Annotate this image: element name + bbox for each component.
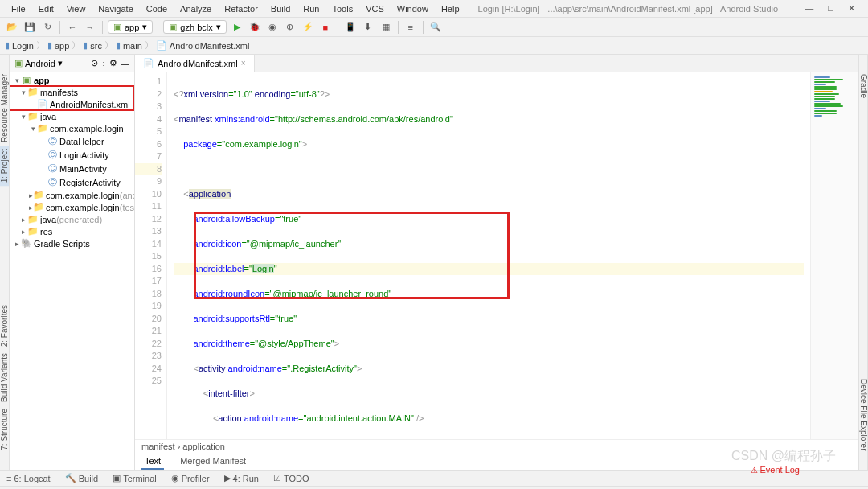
menu-code[interactable]: Code xyxy=(140,2,174,15)
folder-icon: ▮ xyxy=(47,40,52,51)
save-icon[interactable]: 💾 xyxy=(23,20,37,35)
right-rail: Gradle Device File Explorer xyxy=(858,55,868,470)
forward-icon[interactable]: → xyxy=(83,20,97,35)
crumb-src[interactable]: src xyxy=(90,41,102,51)
menu-navigate[interactable]: Navigate xyxy=(92,2,139,15)
xml-file-icon: 📄 xyxy=(156,40,167,51)
project-tree[interactable]: ▾▣app ▾📁manifests 📄AndroidManifest.xml ▾… xyxy=(10,72,134,470)
structure-icon[interactable]: ≡ xyxy=(403,20,418,35)
menubar: File Edit View Navigate Code Analyze Ref… xyxy=(0,0,868,18)
close-icon[interactable]: ✕ xyxy=(848,3,855,14)
apply-icon[interactable]: ⚡ xyxy=(301,20,315,35)
tree-pkg2[interactable]: ▸📁com.example.login (andro xyxy=(10,189,134,201)
module-selector[interactable]: ▣ app ▾ xyxy=(108,20,153,34)
rail-favorites[interactable]: 2: Favorites xyxy=(0,302,9,350)
minimap[interactable] xyxy=(810,72,858,439)
run-icon[interactable]: ▶ xyxy=(230,20,244,35)
menu-view[interactable]: View xyxy=(60,2,92,15)
sync-icon[interactable]: ↻ xyxy=(40,20,55,35)
folder-icon: ▮ xyxy=(116,40,121,51)
tool-todo[interactable]: ☑TODO xyxy=(273,473,309,483)
collapse-icon[interactable]: ÷ xyxy=(101,59,106,68)
tool-profiler[interactable]: ◉Profiler xyxy=(171,473,210,483)
menu-vcs[interactable]: VCS xyxy=(359,2,391,15)
tree-res[interactable]: ▸📁res xyxy=(10,225,134,237)
android-icon: ▣ xyxy=(14,58,23,68)
menu-refactor[interactable]: Refactor xyxy=(218,2,264,15)
statusbar: ☐ Install successfully finished in 515 m… xyxy=(0,486,868,489)
tree-class[interactable]: ⒸDataHelper xyxy=(10,134,134,148)
tool-terminal[interactable]: ▣Terminal xyxy=(113,473,157,483)
crumb-main[interactable]: main xyxy=(123,41,142,51)
tree-app[interactable]: ▾▣app xyxy=(10,74,134,86)
tab-manifest[interactable]: 📄 AndroidManifest.xml × xyxy=(135,55,255,72)
crumb-manifest[interactable]: AndroidManifest.xml xyxy=(170,41,250,51)
gear-icon[interactable]: ⚙ xyxy=(109,58,117,68)
tree-gradle[interactable]: ▸🐘Gradle Scripts xyxy=(10,237,134,249)
window-controls: — □ ✕ xyxy=(805,3,855,14)
hide-icon[interactable]: — xyxy=(121,59,129,68)
rail-gradle[interactable]: Gradle xyxy=(859,71,867,101)
editor: 📄 AndroidManifest.xml × 1234 5678💡 91011… xyxy=(135,55,858,470)
code[interactable]: <?xml version="1.0" encoding="utf-8"?> <… xyxy=(167,72,810,439)
tree-class[interactable]: ⒸRegisterActivity xyxy=(10,175,134,189)
tool-logcat[interactable]: ≡6: Logcat xyxy=(6,474,51,483)
tool-run[interactable]: ▶4: Run xyxy=(224,473,259,483)
search-icon[interactable]: 🔍 xyxy=(428,20,443,35)
attach-icon[interactable]: ⊕ xyxy=(283,20,297,35)
sdk-icon[interactable]: ⬇ xyxy=(361,20,375,35)
event-log-button[interactable]: ⚠ Event Log xyxy=(751,465,800,475)
tree-java[interactable]: ▾📁java xyxy=(10,110,134,122)
menu-edit[interactable]: Edit xyxy=(32,2,60,15)
tab-merged-manifest[interactable]: Merged Manifest xyxy=(177,454,249,470)
tool-window-bar: ≡6: Logcat 🔨Build ▣Terminal ◉Profiler ▶4… xyxy=(0,470,868,486)
rail-structure[interactable]: 7: Structure xyxy=(0,405,9,454)
tab-close-icon[interactable]: × xyxy=(241,59,246,68)
maximize-icon[interactable]: □ xyxy=(828,3,833,14)
tree-manifest-file[interactable]: 📄AndroidManifest.xml xyxy=(10,98,134,110)
crumb-login[interactable]: Login xyxy=(12,41,34,51)
chevron-down-icon[interactable]: ▾ xyxy=(58,58,63,68)
gutter: 1234 5678💡 9101112 13141516 17181920 212… xyxy=(135,72,167,439)
rail-build-variants[interactable]: Build Variants xyxy=(0,350,9,405)
debug-icon[interactable]: 🐞 xyxy=(248,20,262,35)
tool-build[interactable]: 🔨Build xyxy=(65,473,98,483)
editor-tabs: 📄 AndroidManifest.xml × xyxy=(135,55,858,72)
rail-project[interactable]: 1: Project xyxy=(0,146,9,186)
project-view-label[interactable]: Android xyxy=(25,59,55,68)
rail-device-explorer[interactable]: Device File Explorer xyxy=(859,376,867,454)
left-rail: Resource Manager 1: Project 2: Favorites… xyxy=(0,55,10,470)
tree-pkg1[interactable]: ▾📁com.example.login xyxy=(10,122,134,134)
target-icon[interactable]: ⊙ xyxy=(91,58,98,68)
profile-icon[interactable]: ◉ xyxy=(265,20,280,35)
menu-run[interactable]: Run xyxy=(297,2,326,15)
back-icon[interactable]: ← xyxy=(65,20,80,35)
layout-icon[interactable]: ▦ xyxy=(379,20,393,35)
tab-text[interactable]: Text xyxy=(141,454,164,470)
minimize-icon[interactable]: — xyxy=(805,3,813,14)
run-config-selector[interactable]: ▣ gzh bclx ▾ xyxy=(163,20,226,34)
folder-icon: ▮ xyxy=(5,40,10,51)
menu-window[interactable]: Window xyxy=(391,2,435,15)
stop-icon[interactable]: ■ xyxy=(318,20,333,35)
avd-icon[interactable]: 📱 xyxy=(343,20,358,35)
menu-build[interactable]: Build xyxy=(264,2,297,15)
tree-java-gen[interactable]: ▸📁java (generated) xyxy=(10,213,134,225)
tree-class[interactable]: ⒸMainActivity xyxy=(10,162,134,175)
rail-resource-manager[interactable]: Resource Manager xyxy=(0,71,9,146)
open-icon[interactable]: 📂 xyxy=(5,20,19,35)
toolbar: 📂 💾 ↻ ← → ▣ app ▾ ▣ gzh bclx ▾ ▶ 🐞 ◉ ⊕ ⚡… xyxy=(0,18,868,37)
project-header: ▣ Android ▾ ⊙ ÷ ⚙ — xyxy=(10,55,134,72)
project-panel: ▣ Android ▾ ⊙ ÷ ⚙ — ▾▣app ▾📁manifests 📄A… xyxy=(10,55,135,470)
editor-content[interactable]: 1234 5678💡 9101112 13141516 17181920 212… xyxy=(135,72,858,439)
tree-class[interactable]: ⒸLoginActivity xyxy=(10,148,134,162)
crumb-app[interactable]: app xyxy=(55,41,69,51)
menu-file[interactable]: File xyxy=(5,2,32,15)
tree-manifests[interactable]: ▾📁manifests xyxy=(10,86,134,98)
editor-breadcrumb[interactable]: manifest › application xyxy=(135,439,858,454)
window-title: Login [H:\Login] - ...\app\src\main\Andr… xyxy=(478,4,805,14)
menu-help[interactable]: Help xyxy=(435,2,466,15)
menu-tools[interactable]: Tools xyxy=(326,2,359,15)
menu-analyze[interactable]: Analyze xyxy=(174,2,218,15)
tree-pkg3[interactable]: ▸📁com.example.login (test) xyxy=(10,201,134,213)
